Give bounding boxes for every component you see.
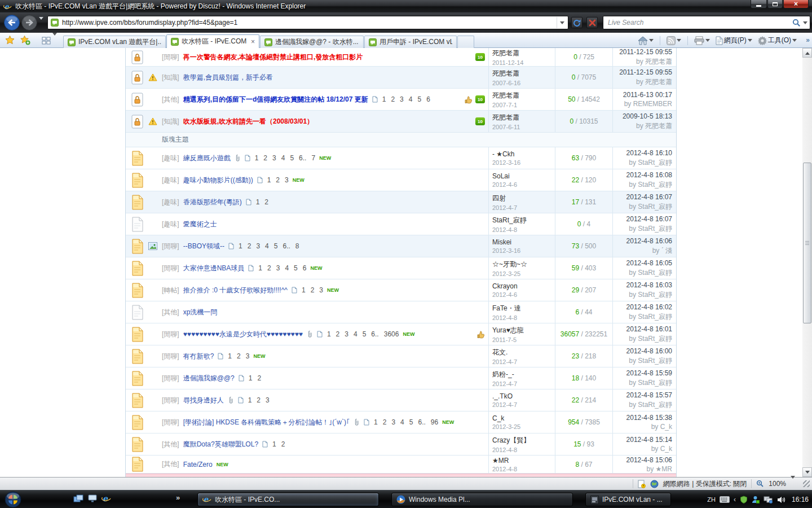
new-tab-stub[interactable] <box>457 36 474 48</box>
last-poster-link[interactable]: StaRt_寂靜 <box>638 203 672 211</box>
page-number-link[interactable]: 1 <box>258 264 262 272</box>
thread-title-link[interactable]: xp洗機一問 <box>183 308 218 317</box>
page-number-link[interactable]: 6.. <box>418 418 425 426</box>
thread-title-link[interactable]: 大家仲意邊NBA球員 <box>183 264 245 273</box>
browser-tab-4[interactable]: 用戶申訴 - IPvE.COM vLa... <box>364 36 457 48</box>
page-number-link[interactable]: 3 <box>256 242 260 250</box>
last-poster-link[interactable]: StaRt_寂靜 <box>638 357 672 365</box>
thread-title-link[interactable]: 魔獸Dota?英雄聯盟LOL? <box>183 440 258 449</box>
taskbar-button-1[interactable]: e吹水特區 - IPvE.CO... <box>197 493 379 506</box>
author-link[interactable]: Ckrayon <box>492 282 518 290</box>
clock[interactable]: 16:16 <box>792 496 809 503</box>
page-number-link[interactable]: 3 <box>266 396 270 404</box>
browser-tab-3[interactable]: 邊個識我嫁@@? - 吹水特... <box>260 36 364 48</box>
page-number-link[interactable]: 2 <box>267 264 271 272</box>
author-link[interactable]: 死肥老蕭 <box>492 69 519 78</box>
thread-title-link[interactable]: 吹水版板規,吹水前請先一看（2008/03/01） <box>183 117 314 126</box>
author-link[interactable]: Yura♥志龍 <box>492 326 524 335</box>
tab-close-icon[interactable]: × <box>251 39 255 45</box>
author-link[interactable]: 奶粉-_- <box>492 370 514 379</box>
restore-button[interactable] <box>767 0 783 8</box>
last-poster-link[interactable]: StaRt_寂靜 <box>638 313 672 321</box>
page-number-link[interactable]: 3 <box>272 154 276 162</box>
page-number-link[interactable]: 1 <box>255 154 259 162</box>
page-number-link[interactable]: 2 <box>264 198 268 206</box>
thread-title-link[interactable]: Fate/Zero <box>183 461 213 468</box>
page-number-link[interactable]: 2 <box>391 95 395 103</box>
back-button[interactable] <box>3 14 20 31</box>
page-number-link[interactable]: 3 <box>391 418 395 426</box>
stop-button[interactable] <box>586 17 598 28</box>
page-number-link[interactable]: 1 <box>267 176 271 184</box>
browser-tab-2[interactable]: 吹水特區 - IPvE.COM v...× <box>166 34 259 48</box>
page-number-link[interactable]: 3 <box>400 95 404 103</box>
page-number-link[interactable]: 1 <box>327 330 331 338</box>
page-number-link[interactable]: 4 <box>281 154 285 162</box>
author-link[interactable]: 死肥老蕭 <box>492 91 519 100</box>
page-number-link[interactable]: 6 <box>426 95 430 103</box>
messenger-status-icon[interactable] <box>752 496 760 503</box>
page-number-link[interactable]: 3 <box>285 176 289 184</box>
ie-quicklaunch-icon[interactable]: e <box>102 494 111 503</box>
last-poster-link[interactable]: StaRt_寂靜 <box>638 291 672 299</box>
taskbar-button-2[interactable]: Windows Media Pl... <box>391 493 573 506</box>
language-indicator[interactable]: ZH <box>707 496 716 503</box>
thread-title-link[interactable]: --BBOY領域-- <box>183 242 224 251</box>
page-number-link[interactable]: 6.. <box>371 330 378 338</box>
keyboard-icon[interactable] <box>720 496 730 503</box>
page-alert-icon[interactable] <box>638 480 646 488</box>
scroll-up-button[interactable] <box>802 48 812 58</box>
quicklaunch-chevron[interactable]: » <box>176 493 180 502</box>
author-link[interactable]: FaTe・達 <box>492 304 521 313</box>
thread-title-link[interactable]: [學術討論] HKDSE 各科備戰策略＋分析討論帖！｣(ˊwˋ)｢ <box>183 418 350 427</box>
thread-title-link[interactable]: 愛魔術之士 <box>183 220 217 229</box>
page-number-link[interactable]: 1 <box>382 95 386 103</box>
page-number-link[interactable]: 8 <box>295 242 299 250</box>
scrollbar-thumb[interactable] <box>803 163 811 323</box>
thread-title-link[interactable]: 推介推介 :0 十歲女仔歌喉好勁!!!!^^ <box>183 286 288 295</box>
last-poster-link[interactable]: StaRt_寂靜 <box>638 401 672 409</box>
thread-title-link[interactable]: 練反應既小遊戲 <box>183 154 231 163</box>
start-button[interactable] <box>5 491 21 508</box>
page-number-link[interactable]: 1 <box>256 198 260 206</box>
refresh-button[interactable] <box>571 17 582 28</box>
add-favorite-button[interactable] <box>20 35 30 45</box>
thread-title-link[interactable]: 教學篇,會員級別篇，新手必看 <box>183 73 273 82</box>
page-number-link[interactable]: 1 <box>272 440 276 448</box>
zoom-level[interactable]: 100% <box>769 480 786 488</box>
page-number-link[interactable]: 96 <box>431 418 438 426</box>
url-input[interactable] <box>62 19 557 27</box>
page-menu-button[interactable]: 網頁(P) <box>714 35 754 46</box>
volume-icon[interactable] <box>777 496 785 503</box>
last-poster-link[interactable]: 死肥老蕭 <box>645 122 672 130</box>
page-number-link[interactable]: 4 <box>265 242 269 250</box>
page-number-link[interactable]: 3 <box>345 330 348 338</box>
page-number-link[interactable]: 5 <box>290 154 294 162</box>
page-number-link[interactable]: 2 <box>281 440 285 448</box>
page-number-link[interactable]: 2 <box>263 154 267 162</box>
last-poster-link[interactable]: ˊ 淺 <box>661 247 672 255</box>
page-number-link[interactable]: 4 <box>400 418 404 426</box>
author-link[interactable]: ★MR <box>492 457 509 465</box>
page-number-link[interactable]: 3 <box>319 286 323 294</box>
author-link[interactable]: - ★Ckh <box>492 150 514 158</box>
scroll-down-button[interactable] <box>802 467 812 477</box>
thread-title-link[interactable]: 趣味小動物影片((感動)) <box>183 176 253 185</box>
switch-windows-icon[interactable] <box>73 494 83 503</box>
page-number-link[interactable]: 1 <box>249 374 253 382</box>
page-number-link[interactable]: 1 <box>239 242 242 250</box>
page-number-link[interactable]: 6.. <box>299 154 306 162</box>
page-number-link[interactable]: 3 <box>246 352 250 360</box>
home-button[interactable] <box>636 36 655 46</box>
page-number-link[interactable]: 4 <box>409 95 413 103</box>
page-number-link[interactable]: 1 <box>228 352 232 360</box>
browser-tab-1[interactable]: IPvE.COM vLan 遊戲平台|... <box>63 36 166 48</box>
thread-title-link[interactable]: 尋找身邊好人 <box>183 396 224 405</box>
toolbar-overflow-chevron[interactable]: » <box>806 36 810 44</box>
author-link[interactable]: 四射 <box>492 194 506 203</box>
search-input[interactable] <box>608 19 792 27</box>
zoom-icon[interactable] <box>756 480 764 488</box>
vertical-scrollbar[interactable] <box>802 48 812 477</box>
author-link[interactable]: 花文. <box>492 348 508 357</box>
taskbar-button-3[interactable]: IPvE.COM vLan - ... <box>585 493 671 506</box>
